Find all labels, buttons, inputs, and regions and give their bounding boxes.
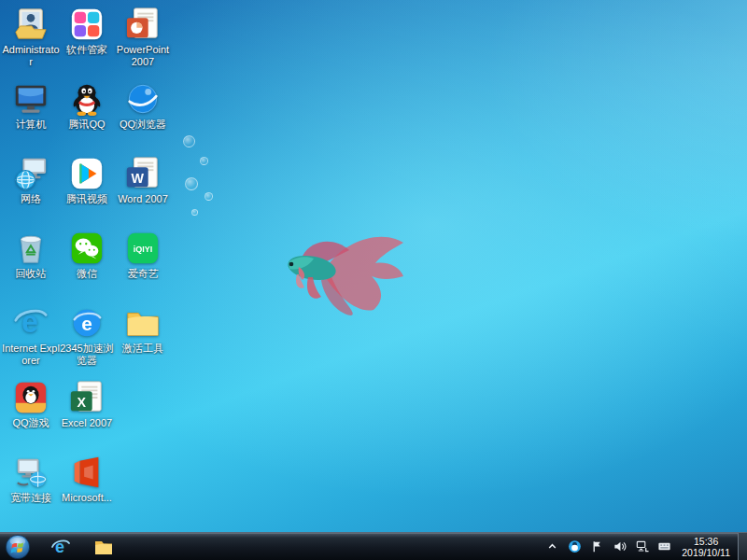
network-tray-icon xyxy=(635,539,649,553)
desktop-icon-label: 计算机 xyxy=(2,119,60,131)
keyboard-icon xyxy=(657,539,671,553)
desktop-icon-network[interactable]: 网络 xyxy=(2,154,60,227)
desktop-icon-internet-explorer[interactable]: eInternet Explorer xyxy=(2,303,60,376)
bubble xyxy=(183,135,195,147)
flag-icon xyxy=(590,539,604,553)
desktop-icon-excel-2007[interactable]: XExcel 2007 xyxy=(58,378,116,451)
desktop-icon-qq-game[interactable]: QQ游戏 xyxy=(2,378,60,451)
word-icon: W xyxy=(125,156,161,191)
desktop-icon-label: 宽带连接 xyxy=(2,492,60,504)
svg-text:iQIYI: iQIYI xyxy=(134,245,153,254)
taskbar-pinned-apps: e xyxy=(47,535,118,559)
desktop-icon-iqiyi[interactable]: iQIYI爱奇艺 xyxy=(114,229,172,301)
desktop-icon-label: Microsoft... xyxy=(58,492,116,504)
folder-yellow-icon xyxy=(125,305,161,341)
tray-volume[interactable] xyxy=(612,539,627,554)
desktop-icon-activation-tool[interactable]: 激活工具 xyxy=(114,303,172,376)
software-manager-icon xyxy=(69,7,105,42)
broadband-icon xyxy=(13,455,49,490)
recycle-bin-icon xyxy=(13,231,49,266)
chevron-up-icon xyxy=(545,539,559,553)
desktop-icon-computer[interactable]: 计算机 xyxy=(2,79,60,152)
clock-date: 2019/10/11 xyxy=(682,547,730,558)
tray-input-method[interactable] xyxy=(656,539,672,554)
bubble xyxy=(185,177,198,190)
desktop-icon-label: Word 2007 xyxy=(114,193,172,205)
start-button[interactable] xyxy=(4,533,32,560)
desktop-icon-label: PowerPoint 2007 xyxy=(114,44,172,68)
desktop-icon-label: 回收站 xyxy=(2,268,60,280)
ie-icon: e xyxy=(13,305,49,341)
bubble xyxy=(200,157,208,165)
desktop-icon-label: Administrator xyxy=(2,44,60,68)
desktop-icon-recycle-bin[interactable]: 回收站 xyxy=(2,229,60,301)
desktop-icon-label: Excel 2007 xyxy=(58,417,116,429)
desktop-icon-label: 激活工具 xyxy=(114,343,172,355)
desktop-icon-label: 网络 xyxy=(2,193,60,205)
show-desktop-button[interactable] xyxy=(738,533,747,560)
svg-text:X: X xyxy=(78,395,87,410)
powerpoint-icon xyxy=(125,7,161,42)
folder-small-icon xyxy=(93,537,114,557)
wallpaper: Administrator软件管家PowerPoint 2007计算机腾讯QQQ… xyxy=(0,0,747,560)
desktop-icon-microsoft-office[interactable]: Microsoft... xyxy=(58,453,116,525)
taskbar-pinned-windows-explorer[interactable] xyxy=(90,535,118,559)
office-icon xyxy=(69,455,105,490)
taskbar: e 15:36 2019/10/11 xyxy=(0,532,747,560)
clock-time: 15:36 xyxy=(682,536,730,547)
taskbar-clock[interactable]: 15:36 2019/10/11 xyxy=(682,536,730,558)
bubble xyxy=(191,209,198,216)
desktop-icon-label: Internet Explorer xyxy=(2,343,60,367)
desktop-icon-administrator[interactable]: Administrator xyxy=(2,5,60,77)
network-places-icon xyxy=(13,156,49,191)
computer-icon xyxy=(13,81,49,117)
desktop-icon-wechat[interactable]: 微信 xyxy=(58,229,116,301)
tray-qq[interactable] xyxy=(567,539,583,554)
desktop-icon-qq-browser[interactable]: QQ浏览器 xyxy=(114,79,172,152)
desktop-icon-label: 微信 xyxy=(58,268,116,280)
desktop-icon-label: 爱奇艺 xyxy=(114,268,172,280)
desktop-icon-label: 软件管家 xyxy=(58,44,116,56)
qq-penguin-icon xyxy=(69,81,105,117)
desktop-icon-software-manager[interactable]: 软件管家 xyxy=(58,5,116,77)
excel-icon: X xyxy=(69,380,105,415)
desktop-icon-label: 腾讯视频 xyxy=(58,193,116,205)
ie-small-icon: e xyxy=(50,537,71,557)
tray-action-center[interactable] xyxy=(589,539,605,554)
svg-text:e: e xyxy=(81,313,92,334)
system-tray xyxy=(544,539,672,554)
desktop-icon-label: QQ游戏 xyxy=(2,417,60,429)
desktop-icon-broadband[interactable]: 宽带连接 xyxy=(2,453,60,525)
browser-2345-icon: e xyxy=(69,305,105,341)
bubble xyxy=(204,192,213,201)
desktop-icon-powerpoint-2007[interactable]: PowerPoint 2007 xyxy=(114,5,172,77)
desktop-icon-label: 2345加速浏览器 xyxy=(58,343,116,367)
qq-browser-icon xyxy=(125,81,161,117)
user-account-icon xyxy=(13,7,49,42)
iqiyi-icon: iQIYI xyxy=(125,231,161,266)
desktop-icon-tencent-qq[interactable]: 腾讯QQ xyxy=(58,79,116,152)
taskbar-pinned-internet-explorer[interactable]: e xyxy=(47,535,75,559)
volume-icon xyxy=(613,539,627,553)
desktop-icon-2345-browser[interactable]: e2345加速浏览器 xyxy=(58,303,116,376)
tray-network[interactable] xyxy=(634,539,650,554)
betta-fish-illustration xyxy=(271,222,411,325)
tray-hidden-icons[interactable] xyxy=(544,539,560,554)
qq-tray-icon xyxy=(568,539,582,553)
svg-text:W: W xyxy=(132,171,145,186)
desktop-icon-word-2007[interactable]: WWord 2007 xyxy=(114,154,172,227)
tencent-video-icon xyxy=(69,156,105,191)
qq-game-icon xyxy=(13,380,49,415)
wechat-icon xyxy=(69,231,105,266)
desktop-icon-label: 腾讯QQ xyxy=(58,119,116,131)
desktop-icon-label: QQ浏览器 xyxy=(114,119,172,131)
desktop-icon-tencent-video[interactable]: 腾讯视频 xyxy=(58,154,116,227)
